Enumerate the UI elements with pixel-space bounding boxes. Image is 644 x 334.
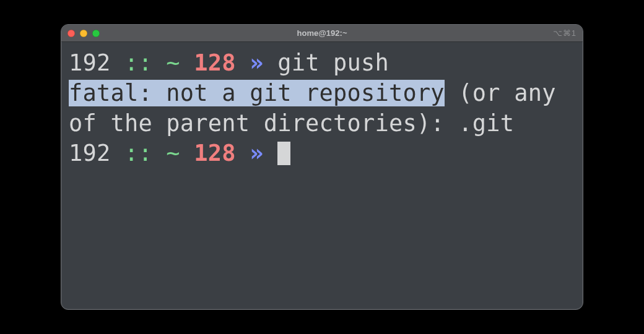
terminal-viewport[interactable]: 192 :: ~ 128 » git push fatal: not a git…	[61, 42, 583, 309]
prompt-separator: ::	[124, 49, 152, 76]
cursor	[277, 142, 290, 166]
window-title: home@192:~	[61, 28, 583, 38]
prompt-symbol: »	[250, 140, 263, 166]
prompt-exit-code: 128	[194, 140, 235, 166]
close-icon[interactable]	[67, 30, 75, 37]
minimize-icon[interactable]	[80, 30, 87, 37]
prompt-host: 192	[69, 140, 110, 166]
window-controls	[67, 30, 100, 37]
titlebar[interactable]: home@192:~ ⌥⌘1	[61, 25, 583, 42]
prompt-exit-code: 128	[194, 49, 235, 76]
prompt-host: 192	[69, 49, 110, 76]
command-text: git push	[277, 49, 389, 76]
prompt-cwd: ~	[166, 140, 180, 166]
prompt-symbol: »	[250, 49, 263, 76]
terminal-window: home@192:~ ⌥⌘1 192 :: ~ 128 » git push f…	[61, 24, 583, 310]
zoom-icon[interactable]	[92, 30, 100, 37]
prompt-cwd: ~	[166, 49, 180, 76]
window-shortcut-hint: ⌥⌘1	[553, 28, 577, 38]
output-selected: fatal: not a git repository	[69, 80, 445, 106]
prompt-separator: ::	[124, 140, 152, 166]
